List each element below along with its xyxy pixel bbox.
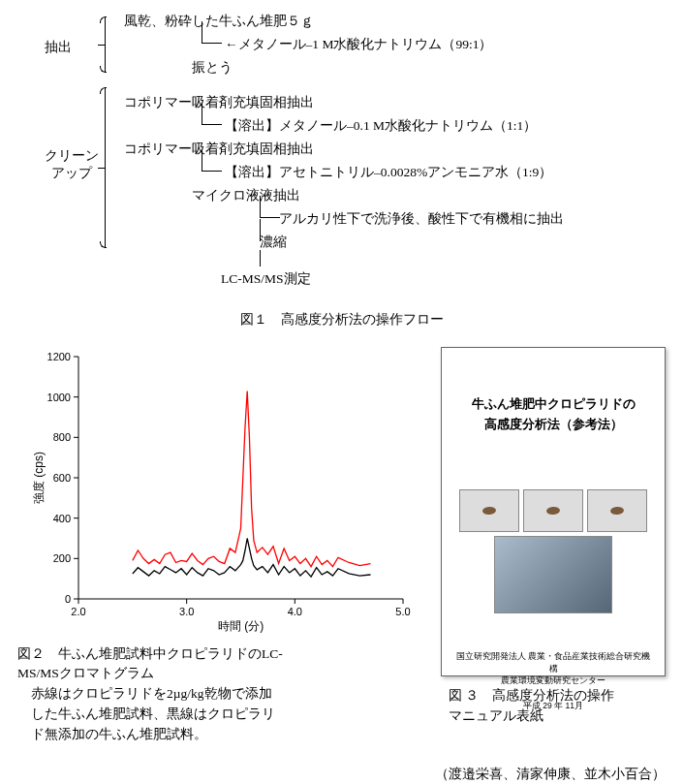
flow-note: 【溶出】メタノール–0.1 M水酸化ナトリウム（1:1）: [225, 116, 537, 136]
flow-step: LC-MS/MS測定: [221, 269, 311, 289]
caption-line: 赤線はクロピラリドを2µg/kg乾物で添加: [17, 686, 272, 701]
flow-step: マイクロ液液抽出: [192, 186, 300, 205]
svg-text:2.0: 2.0: [71, 606, 85, 617]
bracket-label-extraction: 抽出: [45, 39, 72, 56]
manual-cover: 牛ふん堆肥中クロピラリドの 高感度分析法（参考法） 国立研究開発法人 農業・食品…: [441, 347, 666, 676]
cover-org: 農業環境変動研究センター: [501, 675, 605, 685]
cover-photo-row: [459, 489, 647, 532]
flow-note: ←メタノール–1 M水酸化ナトリウム（99:1）: [225, 35, 492, 54]
flow-step: 濃縮: [260, 233, 287, 252]
leaf-icon: [459, 489, 519, 532]
svg-text:4.0: 4.0: [288, 606, 302, 617]
connector-icon: [260, 250, 261, 267]
svg-text:0: 0: [65, 593, 71, 605]
caption-line: した牛ふん堆肥試料、黒線はクロピラリ: [17, 706, 275, 721]
svg-text:3.0: 3.0: [179, 606, 194, 617]
connector-icon: [260, 196, 280, 218]
leaf-icon: [523, 489, 583, 532]
svg-text:600: 600: [53, 472, 71, 484]
brace-icon: [105, 87, 107, 248]
caption-line: マニュアル表紙: [449, 708, 543, 723]
svg-text:1200: 1200: [47, 351, 71, 362]
flow-note: アルカリ性下で洗浄後、酸性下で有機相に抽出: [279, 209, 564, 229]
svg-text:1000: 1000: [47, 392, 71, 403]
flow-note: 【溶出】アセトニトリル–0.0028%アンモニア水（1:9）: [225, 163, 552, 182]
caption-line: 図２ 牛ふん堆肥試料中クロピラリドのLC-: [17, 646, 283, 661]
figure2: 0200400600800100012002.03.04.05.0時間 (分)強…: [17, 347, 429, 745]
connector-icon: [202, 103, 222, 125]
svg-text:強度 (cps): 強度 (cps): [32, 452, 46, 504]
svg-text:5.0: 5.0: [395, 606, 410, 617]
figure3: 牛ふん堆肥中クロピラリドの 高感度分析法（参考法） 国立研究開発法人 農業・食品…: [441, 347, 666, 726]
caption-line: MS/MSクロマトグラム: [17, 666, 154, 680]
flow-step: 振とう: [192, 58, 233, 78]
figure-row: 0200400600800100012002.03.04.05.0時間 (分)強…: [17, 347, 666, 745]
caption-line: 図 ３ 高感度分析法の操作: [449, 688, 614, 703]
svg-text:200: 200: [53, 553, 71, 565]
svg-text:時間 (分): 時間 (分): [218, 619, 264, 633]
operation-flow-diagram: 抽出 クリーン アップ 風乾、粉砕した牛ふん堆肥５ｇ ←メタノール–1 M水酸化…: [17, 12, 666, 293]
machine-photo-icon: [494, 536, 612, 613]
cover-title-line: 高感度分析法（参考法）: [484, 417, 623, 431]
figure1-caption: 図１ 高感度分析法の操作フロー: [17, 310, 666, 329]
cover-org: 国立研究開発法人 農業・食品産業技術総合研究機構: [456, 651, 650, 674]
authors: （渡邉栄喜、清家伸康、並木小百合）: [17, 765, 666, 784]
brace-icon: [105, 16, 107, 73]
chromatogram-chart: 0200400600800100012002.03.04.05.0時間 (分)強…: [25, 347, 413, 638]
bracket-label-cleanup: クリーン アップ: [45, 147, 99, 181]
svg-text:400: 400: [53, 513, 71, 524]
cover-title-line: 牛ふん堆肥中クロピラリドの: [472, 396, 636, 411]
figure2-caption: 図２ 牛ふん堆肥試料中クロピラリドのLC- MS/MSクロマトグラム 赤線はクロ…: [17, 644, 429, 746]
svg-text:800: 800: [53, 432, 71, 444]
connector-icon: [202, 21, 222, 44]
connector-icon: [202, 149, 222, 172]
leaf-icon: [587, 489, 647, 532]
caption-line: ド無添加の牛ふん堆肥試料。: [17, 727, 207, 741]
